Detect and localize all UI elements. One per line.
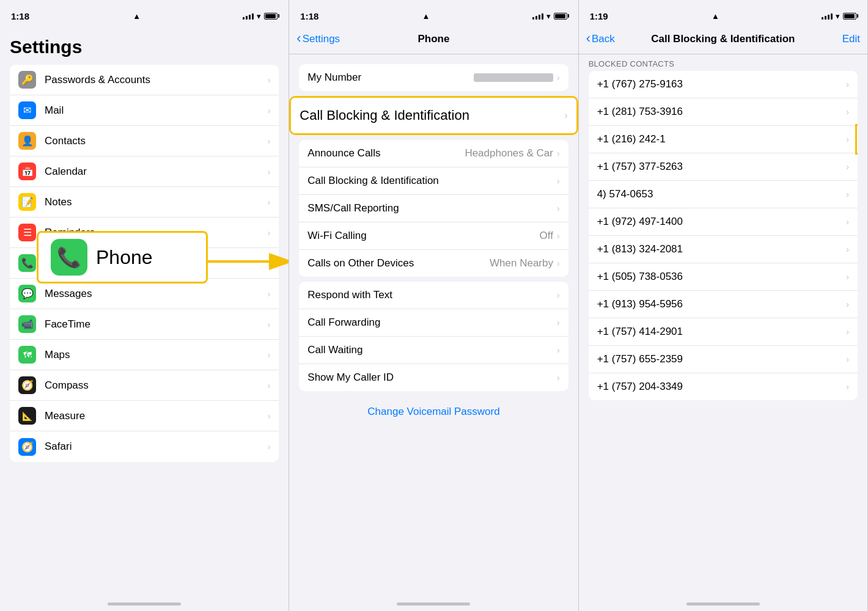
call-blocking-highlight-section: Call Blocking & Identification › [289,96,578,135]
blocked-number-c8: +1 (505) 738-0536 [597,271,683,283]
blocked-number-c2: +1 (281) 753-3916 [597,106,683,118]
passwords-chevron: › [268,75,271,85]
notes-label: Notes [45,196,268,208]
status-time-3: 1:19 [590,11,608,21]
blocked-chevron-c10: › [846,327,849,337]
settings-row-facetime[interactable]: 📹 FaceTime › [10,309,279,340]
contacts-chevron: › [268,136,271,146]
blocked-nav-bar: ‹ Back Call Blocking & Identification Ed… [579,27,867,54]
settings-row-notes[interactable]: 📝 Notes › [10,187,279,218]
back-to-settings[interactable]: ‹ Settings [296,33,340,45]
calls-other-label: Calls on Other Devices [307,257,414,269]
blocked-row-c2[interactable]: +1 (281) 753-3916 › [589,98,858,126]
phone-list: My Number › Call Blocking & Identificati… [289,54,578,599]
settings-row-mail[interactable]: ✉ Mail › [10,95,279,126]
settings-row-calendar[interactable]: 📅 Calendar › [10,156,279,187]
blocked-contacts-section: +1 (767) 275-9163 › +1 (281) 753-3916 › … [589,71,858,400]
phone-row-mynumber[interactable]: My Number › [299,64,568,91]
location-icon-2: ▲ [422,12,430,21]
status-icons-3: ▾ [822,12,856,21]
phone-highlight-box: 📞 Phone [37,231,208,284]
my-number-label: My Number [307,71,361,84]
blocked-row-c5[interactable]: 4) 574-0653 › Unblock [589,181,858,208]
wifi-icon-1: ▾ [257,12,261,21]
phone-row-callerid[interactable]: Show My Caller ID › [299,364,568,391]
settings-row-compass[interactable]: 🧭 Compass › [10,370,279,401]
blocked-row-c6[interactable]: +1 (972) 497-1400 › [589,208,858,236]
blocked-panel: 1:19 ▲ ▾ ‹ Back Call Blocking & Identifi… [579,0,868,611]
phone-row-forwarding[interactable]: Call Forwarding › [299,309,568,337]
settings-row-maps[interactable]: 🗺 Maps › [10,340,279,370]
blocked-row-c4[interactable]: +1 (757) 377-5263 › [589,153,858,181]
compass-icon: 🧭 [18,376,36,394]
blocked-row-c12[interactable]: +1 (757) 204-3349 › [589,373,858,400]
blocked-number-c9: +1 (913) 954-5956 [597,298,683,310]
blocked-row-c8[interactable]: +1 (505) 738-0536 › [589,263,858,291]
battery-icon-3 [843,13,856,20]
status-icons-2: ▾ [532,12,567,21]
phone-row-announce[interactable]: Announce Calls Headphones & Car › [299,140,568,167]
blocked-chevron-c4: › [846,162,849,172]
blocked-nav-title: Call Blocking & Identification [651,33,795,45]
phone-row-waiting[interactable]: Call Waiting › [299,337,568,364]
blocked-chevron-c1: › [846,79,849,89]
edit-button[interactable]: Edit [842,33,860,45]
status-bar-2: 1:18 ▲ ▾ [289,0,578,27]
settings-row-contacts[interactable]: 👤 Contacts › [10,126,279,156]
call-blocking-highlight-chevron: › [564,110,567,121]
mail-chevron: › [268,106,271,115]
blocked-chevron-c9: › [846,299,849,309]
notes-chevron: › [268,197,271,207]
status-time-1: 1:18 [11,11,29,21]
settings-row-safari[interactable]: 🧭 Safari › [10,431,279,462]
phone-row-call-blocking-highlight[interactable]: Call Blocking & Identification › [291,98,576,133]
callerid-right: › [557,373,560,382]
calendar-label: Calendar [45,166,268,178]
maps-chevron: › [268,350,271,360]
phone-row-calls-other[interactable]: Calls on Other Devices When Nearby › [299,250,568,277]
phone-row-sms[interactable]: SMS/Call Reporting › [299,195,568,222]
announce-right: Headphones & Car › [465,147,559,159]
blocked-row-c11[interactable]: +1 (757) 655-2359 › [589,346,858,373]
blocked-number-c12: +1 (757) 204-3349 [597,381,683,393]
my-number-chevron: › [557,73,560,82]
mail-label: Mail [45,104,268,117]
status-icons-1: ▾ [243,12,278,21]
blocked-row-c1[interactable]: +1 (767) 275-9163 › [589,71,858,98]
home-indicator-3 [579,599,867,611]
reminders-icon: ☰ [18,224,36,241]
phone-row-respond[interactable]: Respond with Text › [299,282,568,309]
my-number-right: › [471,73,560,82]
back-label-2: Settings [303,33,340,45]
blocked-row-c7[interactable]: +1 (813) 324-2081 › [589,236,858,263]
phone-row-wifi[interactable]: Wi-Fi Calling Off › [299,222,568,250]
blocked-row-c3[interactable]: +1 (216) 242-1 › Unblock [589,126,858,153]
back-chevron-3: ‹ [586,32,590,45]
announce-label: Announce Calls [307,147,380,159]
blocked-chevron-c2: › [846,107,849,117]
back-to-phone[interactable]: ‹ Back [586,33,615,45]
blocked-number-c4: +1 (757) 377-5263 [597,161,683,173]
back-label-3: Back [592,33,615,45]
announce-value: Headphones & Car [465,147,553,159]
phone-section-announce: Announce Calls Headphones & Car › Call B… [299,140,568,277]
settings-row-passwords[interactable]: 🔑 Passwords & Accounts › [10,65,279,95]
voicemail-link[interactable]: Change Voicemail Password [289,396,578,428]
waiting-right: › [557,345,560,355]
phone-section-misc: Respond with Text › Call Forwarding › Ca… [299,282,568,391]
respond-label: Respond with Text [307,289,392,301]
settings-title: Settings [0,27,289,62]
call-blocking2-chevron: › [557,176,560,186]
blocked-row-c9[interactable]: +1 (913) 954-5956 › [589,291,858,318]
phone-settings-icon: 📞 [18,254,36,272]
signal-icon-2 [532,12,543,20]
maps-icon: 🗺 [18,346,36,364]
settings-row-measure[interactable]: 📐 Measure › [10,401,279,431]
call-blocking2-label: Call Blocking & Identification [307,175,439,187]
measure-icon: 📐 [18,407,36,425]
forwarding-chevron: › [557,318,560,327]
forwarding-right: › [557,318,560,327]
blocked-row-c10[interactable]: +1 (757) 414-2901 › [589,318,858,346]
callerid-chevron: › [557,373,560,382]
phone-row-call-blocking2[interactable]: Call Blocking & Identification › [299,167,568,195]
